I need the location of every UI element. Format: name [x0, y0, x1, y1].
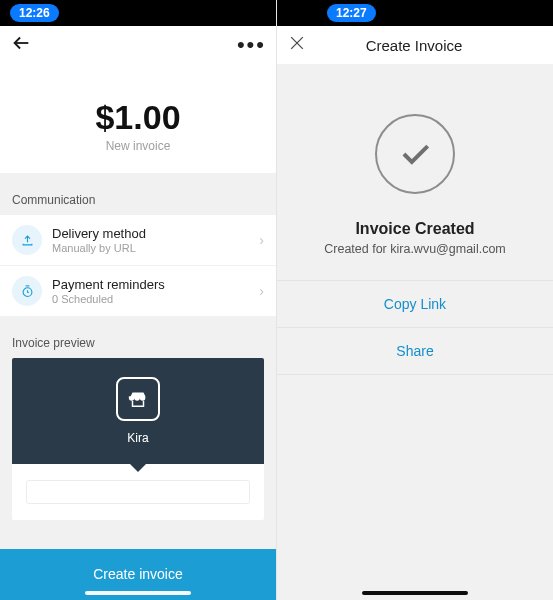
page-title: Create Invoice: [366, 37, 463, 54]
chevron-right-icon: ›: [259, 232, 264, 248]
confirm-title: Invoice Created: [355, 220, 474, 238]
check-circle-icon: [375, 114, 455, 194]
invoice-amount-sub: New invoice: [0, 139, 276, 153]
left-pane: 12:26 ••• $1.00 New invoice Communicatio…: [0, 0, 276, 600]
row-payment-reminders[interactable]: Payment reminders 0 Scheduled ›: [0, 266, 276, 316]
confirm-subtitle: Created for kira.wvu@gmail.com: [324, 242, 506, 256]
preview-inner-card: [26, 480, 250, 504]
recording-time-pill[interactable]: 12:27: [327, 4, 376, 22]
row-delivery-method[interactable]: Delivery method Manually by URL ›: [0, 215, 276, 266]
navbar: •••: [0, 26, 276, 64]
upload-icon: [12, 225, 42, 255]
close-icon[interactable]: [287, 33, 307, 57]
status-bar: 12:27: [277, 0, 553, 26]
preview-body: [12, 464, 264, 520]
delivery-method-title: Delivery method: [52, 226, 146, 241]
home-indicator[interactable]: [85, 591, 191, 595]
right-pane: 12:27 Create Invoice Invoice Created Cre…: [276, 0, 553, 600]
status-bar: 12:26: [0, 0, 276, 26]
back-icon[interactable]: [10, 32, 32, 58]
create-invoice-label: Create invoice: [93, 566, 183, 582]
section-preview-label: Invoice preview: [0, 316, 276, 358]
share-button[interactable]: Share: [277, 327, 553, 375]
amount-area: $1.00 New invoice: [0, 64, 276, 173]
preview-hero: Kira: [12, 358, 264, 464]
recording-time-pill[interactable]: 12:26: [10, 4, 59, 22]
invoice-amount: $1.00: [0, 98, 276, 137]
home-indicator[interactable]: [362, 591, 468, 595]
delivery-method-sub: Manually by URL: [52, 242, 146, 254]
payment-reminders-sub: 0 Scheduled: [52, 293, 165, 305]
merchant-name: Kira: [127, 431, 148, 445]
clock-icon: [12, 276, 42, 306]
create-invoice-button[interactable]: Create invoice: [0, 549, 276, 600]
share-label: Share: [396, 343, 433, 359]
payment-reminders-title: Payment reminders: [52, 277, 165, 292]
confirmation-area: Invoice Created Created for kira.wvu@gma…: [277, 64, 553, 584]
copy-link-label: Copy Link: [384, 296, 446, 312]
more-icon[interactable]: •••: [237, 34, 266, 56]
chevron-right-icon: ›: [259, 283, 264, 299]
navbar: Create Invoice: [277, 26, 553, 64]
merchant-icon: [116, 377, 160, 421]
copy-link-button[interactable]: Copy Link: [277, 280, 553, 327]
invoice-preview: Kira: [0, 358, 276, 520]
section-communication-label: Communication: [0, 173, 276, 215]
